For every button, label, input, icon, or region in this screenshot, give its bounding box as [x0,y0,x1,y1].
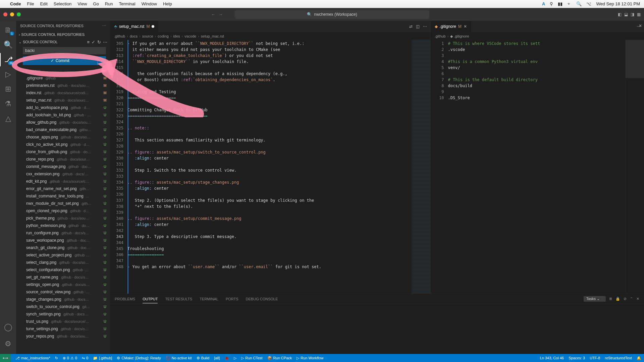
changed-file-row[interactable]: preliminaries.rst.github · docs/sou…M [16,82,110,89]
build-status[interactable]: ⚙ Build [197,356,209,360]
changed-file-row[interactable]: bad_cmake_executable.png.githu…U [16,126,110,133]
search-icon[interactable]: ⚲ [550,1,553,6]
changed-file-row[interactable]: open_cloned_repo.png.github · d…U [16,207,110,215]
problems-status[interactable]: ⊗ 0 ⚠ 0 [63,356,77,360]
menu-window[interactable]: Window [142,1,157,6]
changed-file-row[interactable]: nwx_module_dir_not_set.png.gith…U [16,200,110,207]
menu-selection[interactable]: Selection [54,1,71,6]
more-actions-icon[interactable]: ⋯ [102,24,106,28]
changed-file-row[interactable]: synch_settings.png.github · docs…U [16,310,110,318]
menu-view[interactable]: View [77,1,87,6]
azure-icon[interactable]: A [542,1,545,6]
output-channel-dropdown[interactable]: Tasks ⌄ [584,296,606,302]
changed-file-row[interactable]: set_git_name.png.github · docs/s…U [16,274,110,281]
breadcrumb-right[interactable]: .github › ◆ .gitignore [431,33,644,40]
changed-file-row[interactable]: setup_mac.rst.github · docs/sourc…M [16,97,110,104]
menu-go[interactable]: Go [93,1,99,6]
nav-forward-icon[interactable]: → [219,12,223,17]
source-control-icon[interactable]: ⎇36 [0,53,16,66]
cmake-status[interactable]: ⚙ CMake: [Debug]: Ready [117,356,161,360]
menu-terminal[interactable]: Terminal [119,1,136,6]
clock[interactable]: Wed Sep 18 12:01 PM [596,1,640,6]
panel-tab-ports[interactable]: PORTS [226,297,238,301]
changed-file-row[interactable]: commit_message.png.github · doc…U [16,163,110,170]
panel-tab-output[interactable]: OUTPUT [143,297,158,303]
editor-content[interactable]: - If you get an error about ``NWX_MODULE… [127,40,412,294]
changed-file-row[interactable]: clone_from_github.png.github · do…U [16,148,110,156]
minimap[interactable] [625,40,644,294]
changed-file-row[interactable]: select_active_project.png.github …U [16,251,110,259]
changed-file-row[interactable]: install_command_line_tools.png…U [16,192,110,200]
extensions-icon[interactable]: ⊞ [0,82,16,96]
maximize-window-button[interactable] [17,12,21,16]
panel-tab-test-results[interactable]: TEST RESULTS [165,297,192,301]
changed-file-row[interactable]: tune_settings.png.github · docs/s…U [16,325,110,333]
changed-file-row[interactable]: your_repos.png.github · docs/sou…U [16,333,110,340]
macos-app-name[interactable]: Code [10,1,21,6]
cpack-status[interactable]: 📦 Run CPack [267,356,292,360]
split-editor-icon[interactable]: ◫ [416,24,420,29]
more-icon[interactable]: ⋯ [423,24,427,29]
changed-file-row[interactable]: .gitignore.githubM [16,74,110,82]
changes-header[interactable]: ⌄ Changes 56 [16,67,110,74]
commit-button[interactable]: ✓ Commit [23,56,97,65]
changed-file-row[interactable]: add_to_workspace.png.github · d…U [16,104,110,111]
more-icon[interactable]: ⋯ [103,40,107,45]
changed-file-row[interactable]: switch_to_source_control.png.git…U [16,303,110,310]
search-icon[interactable]: 🔍 [0,38,16,52]
close-editor-group-icon[interactable]: ✕ [639,23,642,28]
spotlight-icon[interactable]: 🔍 [576,1,582,6]
azure-icon[interactable]: △ [0,112,16,125]
language-status[interactable]: reStructuredText [605,356,632,360]
indentation-status[interactable]: Spaces: 3 [569,356,585,360]
changed-file-row[interactable]: search_git_clone.png.github · doc…U [16,244,110,251]
workflow-status[interactable]: ▷ Run Workflow [297,356,323,360]
editor-content[interactable]: # This is where VSCode stores its sett.v… [448,40,625,294]
ctest-status[interactable]: ▷ Run CTest [241,356,262,360]
clear-output-icon[interactable]: ⊘ [624,297,627,301]
branch-status[interactable]: ⎇ mac_instructions* [15,356,50,360]
repos-section[interactable]: › SOURCE CONTROL REPOSITORIES [16,31,110,38]
view-tree-icon[interactable]: ≡ [87,40,90,45]
changed-file-row[interactable]: click_no_active_kit.png.github · d…U [16,141,110,148]
commit-message-input[interactable] [23,47,106,54]
notifications-icon[interactable]: 🔔 [637,356,641,360]
cursor-position[interactable]: Ln 343, Col 46 [540,356,564,360]
changed-file-row[interactable]: stage_changes.png.github · docs…U [16,296,110,303]
changed-file-row[interactable]: error_git_name_not_set.png.gith…U [16,185,110,192]
tab-setup-mac[interactable]: ⬘ setup_mac.rst M [110,21,159,32]
menu-file[interactable]: File [27,1,34,6]
kit-status[interactable]: 🚫 No active kit [166,356,192,360]
changed-file-row[interactable]: trust_us.png.github · docs/source/…U [16,318,110,325]
run-debug-icon[interactable]: ▷ [0,68,16,81]
panel-tab-debug[interactable]: DEBUG CONSOLE [246,297,278,301]
layout-grid-icon[interactable]: ▦ [637,12,641,17]
changed-file-row[interactable]: settings_open.png.github · docs/s…U [16,281,110,288]
explorer-icon[interactable]: 🗎1 [0,23,16,37]
settings-gear-icon[interactable]: ⚙ [0,337,16,351]
battery-icon[interactable]: ▮▮ [558,1,562,6]
changed-file-row[interactable]: pick_theme.png.github · docs/sou…U [16,215,110,222]
sync-status[interactable]: ↻ [55,356,58,360]
changed-file-row[interactable]: allow_github.png.github · docs/sou…U [16,119,110,126]
changed-file-row[interactable]: run_configure.png.github · docs/s…U [16,229,110,237]
testing-icon[interactable]: ⚗ [0,97,16,111]
folder-status[interactable]: 📁 [.github] [93,356,112,360]
nav-back-icon[interactable]: ← [211,12,215,17]
changed-file-row[interactable]: select_configuration.png.github ·…U [16,266,110,274]
changed-file-row[interactable]: index.rst.github · docs/source/codi…M [16,89,110,97]
menu-edit[interactable]: Edit [40,1,47,6]
layout-right-icon[interactable]: ◨ [631,12,634,17]
maximize-panel-icon[interactable]: ⌃ [630,297,633,301]
refresh-icon[interactable]: ↻ [97,40,101,45]
changed-file-row[interactable]: clone_repo.png.github · docs/sour…U [16,156,110,163]
changed-file-row[interactable]: select_clang.png.github · docs/so…U [16,259,110,266]
ports-status[interactable]: ⇋ 0 [82,356,88,360]
close-panel-icon[interactable]: ✕ [636,297,639,301]
run-launch-icon[interactable]: ▷ [234,356,236,360]
layout-bottom-icon[interactable]: ⬓ [624,12,628,17]
tab-gitignore[interactable]: ◆ .gitignore M ✕ [431,21,471,32]
command-center[interactable]: 🔍 nwchemex (Workspace) [235,10,429,19]
layout-left-icon[interactable]: ◧ [618,12,622,17]
wifi-icon[interactable]: ᯤ [567,1,572,6]
